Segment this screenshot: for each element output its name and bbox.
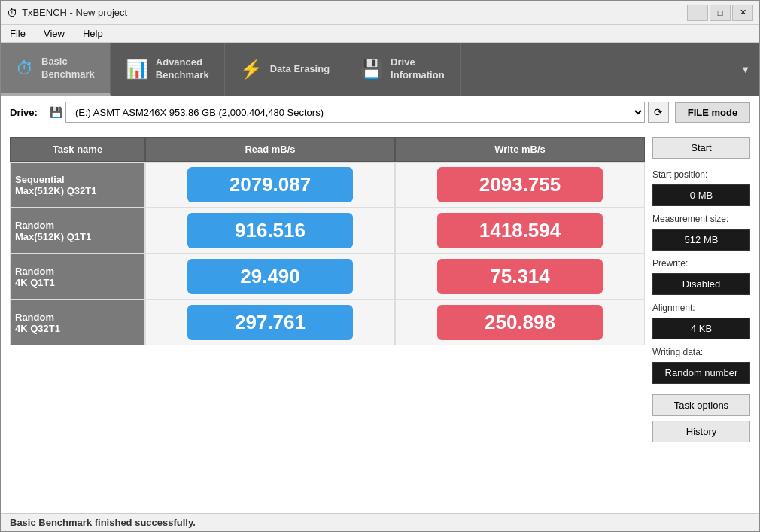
write-speed-random-4k: 75.314 — [395, 254, 645, 299]
basic-benchmark-label-2: Benchmark — [41, 68, 95, 81]
file-mode-button[interactable]: FILE mode — [675, 102, 750, 123]
app-window: ⏱ TxBENCH - New project — □ ✕ File View … — [0, 0, 760, 532]
drive-info-icon: 💾 — [360, 59, 383, 80]
toolbar-basic-benchmark[interactable]: ⏱ Basic Benchmark — [1, 43, 111, 96]
task-name-random-512k: Random Max(512K) Q1T1 — [10, 208, 145, 254]
col-write: Write mB/s — [395, 137, 645, 162]
benchmark-table: Task name Read mB/s Write mB/s Sequentia… — [10, 137, 645, 345]
col-taskname: Task name — [10, 137, 145, 162]
read-speed-random-512k: 916.516 — [145, 208, 395, 254]
advanced-benchmark-icon: 📊 — [126, 59, 148, 80]
write-speed-sequential: 2093.755 — [395, 162, 645, 208]
status-text: Basic Benchmark finished successfully. — [10, 517, 196, 528]
drive-label: Drive: — [10, 107, 44, 118]
toolbar: ⏱ Basic Benchmark 📊 Advanced Benchmark ⚡… — [1, 43, 759, 96]
minimize-button[interactable]: — — [687, 5, 708, 21]
drive-selector[interactable]: (E:) ASMT ASM246X 953.86 GB (2,000,404,4… — [65, 102, 645, 123]
benchmark-area: Task name Read mB/s Write mB/s Sequentia… — [10, 137, 645, 506]
dropdown-arrow-icon: ▼ — [740, 64, 750, 75]
refresh-icon: ⟳ — [654, 106, 663, 118]
read-speed-random-4k: 29.490 — [145, 254, 395, 299]
start-position-label: Start position: — [652, 169, 750, 180]
toolbar-data-erasing[interactable]: ⚡ Data Erasing — [225, 43, 345, 96]
read-value-random-4k: 29.490 — [187, 259, 353, 294]
drive-icon: 💾 — [50, 106, 62, 118]
alignment-value: 4 KB — [652, 318, 750, 339]
menu-help[interactable]: Help — [78, 26, 108, 41]
drive-refresh-button[interactable]: ⟳ — [648, 102, 669, 123]
basic-benchmark-icon: ⏱ — [16, 58, 34, 79]
data-erasing-icon: ⚡ — [240, 59, 263, 80]
write-speed-random-512k: 1418.594 — [395, 208, 645, 254]
basic-benchmark-label-1: Basic — [41, 56, 95, 68]
writing-data-label: Writing data: — [652, 347, 750, 357]
prewrite-value: Disabled — [652, 273, 750, 295]
window-title: TxBENCH - New project — [22, 7, 127, 18]
menu-file[interactable]: File — [5, 26, 30, 41]
col-read: Read mB/s — [145, 137, 395, 162]
table-row: Random 4K Q32T1 297.761 250.898 — [10, 299, 645, 345]
alignment-label: Alignment: — [652, 302, 750, 313]
content-area: Drive: 💾 (E:) ASMT ASM246X 953.86 GB (2,… — [1, 96, 759, 531]
close-button[interactable]: ✕ — [732, 5, 753, 21]
history-button[interactable]: History — [652, 421, 750, 442]
task-name-sequential: Sequential Max(512K) Q32T1 — [10, 162, 145, 208]
measurement-size-value: 512 MB — [652, 229, 750, 251]
title-bar-left: ⏱ TxBENCH - New project — [7, 7, 127, 19]
table-row: Random 4K Q1T1 29.490 75.314 — [10, 254, 645, 299]
task-name-random-4k-q32: Random 4K Q32T1 — [10, 299, 145, 345]
toolbar-drive-information[interactable]: 💾 Drive Information — [345, 43, 461, 96]
measurement-size-label: Measurement size: — [652, 214, 750, 224]
menu-view[interactable]: View — [39, 26, 69, 41]
read-speed-sequential: 2079.087 — [145, 162, 395, 208]
write-value-random-4k: 75.314 — [437, 259, 603, 294]
write-value-random-512k: 1418.594 — [437, 213, 603, 248]
panels-row: Task name Read mB/s Write mB/s Sequentia… — [1, 129, 759, 513]
read-speed-random-4k-q32: 297.761 — [145, 299, 395, 345]
right-panel: Start Start position: 0 MB Measurement s… — [652, 137, 750, 506]
writing-data-value: Random number — [652, 362, 750, 384]
advanced-benchmark-label-1: Advanced — [156, 56, 209, 69]
task-options-button[interactable]: Task options — [652, 394, 750, 416]
data-erasing-label-1: Data Erasing — [270, 63, 330, 76]
status-bar: Basic Benchmark finished successfully. — [1, 513, 759, 531]
drive-row: Drive: 💾 (E:) ASMT ASM246X 953.86 GB (2,… — [1, 96, 759, 129]
drive-info-label-2: Information — [391, 69, 445, 82]
title-bar-controls: — □ ✕ — [687, 5, 753, 21]
toolbar-advanced-benchmark[interactable]: 📊 Advanced Benchmark — [111, 43, 225, 96]
advanced-benchmark-label-2: Benchmark — [156, 69, 209, 82]
task-name-random-4k: Random 4K Q1T1 — [10, 254, 145, 299]
toolbar-dropdown-arrow[interactable]: ▼ — [731, 43, 759, 96]
prewrite-label: Prewrite: — [652, 258, 750, 269]
read-value-random-4k-q32: 297.761 — [187, 305, 353, 340]
menu-bar: File View Help — [1, 25, 759, 43]
write-value-random-4k-q32: 250.898 — [437, 305, 603, 340]
start-position-value: 0 MB — [652, 184, 750, 206]
read-value-random-512k: 916.516 — [187, 213, 353, 248]
write-speed-random-4k-q32: 250.898 — [395, 299, 645, 345]
table-row: Sequential Max(512K) Q32T1 2079.087 2093… — [10, 162, 645, 208]
drive-select-wrapper: 💾 (E:) ASMT ASM246X 953.86 GB (2,000,404… — [50, 102, 669, 123]
write-value-sequential: 2093.755 — [437, 167, 603, 202]
title-bar: ⏱ TxBENCH - New project — □ ✕ — [1, 1, 759, 25]
app-icon: ⏱ — [7, 7, 17, 19]
read-value-sequential: 2079.087 — [187, 167, 353, 202]
maximize-button[interactable]: □ — [710, 5, 731, 21]
drive-info-label-1: Drive — [391, 56, 445, 69]
start-button[interactable]: Start — [652, 137, 750, 159]
table-row: Random Max(512K) Q1T1 916.516 1418.594 — [10, 208, 645, 254]
